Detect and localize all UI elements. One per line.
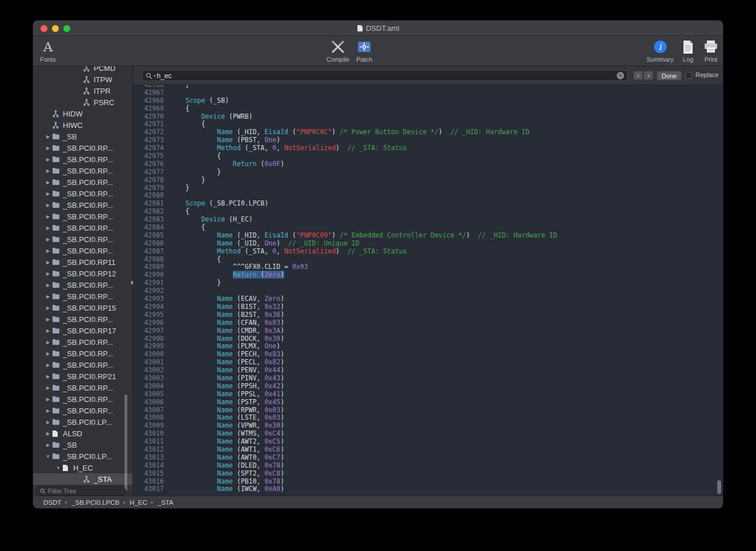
code-line-42997[interactable]: 42997 Name (CMDR, 0x3A) [133, 327, 723, 335]
tree-item-_sb-pci0-rp-[interactable]: ▶_SB.PCI0.RP... [33, 405, 132, 416]
code-line-43015[interactable]: 43015 Name (SPT2, 0xC8) [133, 470, 723, 478]
breadcrumb-item[interactable]: DSDT [43, 499, 61, 506]
code-line-43004[interactable]: 43004 Name (PPSH, 0x42) [133, 383, 723, 391]
tree-item-itpr[interactable]: ITPR [33, 85, 132, 96]
tree-item-itpw[interactable]: ITPW [33, 74, 132, 85]
code-line-42991[interactable]: 42991 } [133, 279, 723, 287]
disclosure-right-icon[interactable]: ▶ [44, 271, 52, 276]
code-line-42992[interactable]: 42992 [133, 287, 723, 295]
tree-item-_sb-pci0-lp-[interactable]: ▼_SB.PCI0.LP... [33, 451, 132, 462]
code-line-42969[interactable]: 42969 { [133, 105, 723, 113]
tree-item-_sb-pci0-rp11[interactable]: ▶_SB.PCI0.RP11 [33, 256, 132, 268]
disclosure-right-icon[interactable]: ▶ [44, 191, 52, 196]
disclosure-right-icon[interactable]: ▶ [44, 237, 52, 242]
find-next-button[interactable]: › [644, 71, 653, 80]
tree-item-_sb-pci0-rp-[interactable]: ▶_SB.PCI0.RP... [33, 279, 132, 291]
disclosure-right-icon[interactable]: ▶ [44, 317, 52, 322]
tree-item-_sb-pci0-rp-[interactable]: ▶_SB.PCI0.RP... [33, 245, 132, 256]
tree-item-_sb-pci0-rp-[interactable]: ▶_SB.PCI0.RP... [33, 359, 132, 371]
disclosure-right-icon[interactable]: ▶ [44, 328, 52, 333]
disclosure-right-icon[interactable]: ▶ [44, 203, 52, 208]
tree-item-_sb-pci0-rp12[interactable]: ▶_SB.PCI0.RP12 [33, 268, 132, 279]
code-line-43003[interactable]: 43003 Name (PINV, 0x43) [133, 375, 723, 383]
code-line-43009[interactable]: 43009 Name (VPWR, 0x30) [133, 422, 723, 430]
tree-item-_sb[interactable]: ▶_SB [33, 131, 132, 142]
summary-button[interactable]: i Summary [646, 38, 673, 63]
tree-item-pcmd[interactable]: PCMD [33, 66, 132, 74]
code-line-42988[interactable]: 42988 { [133, 256, 723, 264]
code-line-42980[interactable]: 42980 [133, 192, 723, 200]
code-line-42990[interactable]: 42990 Return (Zero) [133, 271, 723, 279]
code-line-43005[interactable]: 43005 Name (PPSL, 0x41) [133, 391, 723, 399]
disclosure-down-icon[interactable]: ▼ [54, 465, 62, 470]
tree-item-_sb-pci0-rp-[interactable]: ▶_SB.PCI0.RP... [33, 188, 132, 199]
disclosure-right-icon[interactable]: ▶ [44, 397, 52, 402]
replace-checkbox[interactable] [685, 72, 692, 79]
breadcrumb-item[interactable]: H_EC [130, 499, 147, 506]
disclosure-right-icon[interactable]: ▶ [44, 340, 52, 345]
tree-item-_sb-pci0-rp21[interactable]: ▶_SB.PCI0.RP21 [33, 371, 132, 382]
tree-item-alsd[interactable]: ▶ALSD [33, 428, 132, 439]
tree-item-psrc[interactable]: PSRC [33, 96, 132, 108]
code-line-43000[interactable]: 43000 Name (PECH, 0x83) [133, 351, 723, 359]
disclosure-right-icon[interactable]: ▶ [44, 134, 52, 139]
code-line-42973[interactable]: 42973 Name (PBST, One) [133, 136, 723, 144]
disclosure-right-icon[interactable]: ▶ [44, 226, 52, 231]
breadcrumb-item[interactable]: _SB.PCI0.LPCB [71, 499, 119, 506]
tree-item-_sb-pci0-rp-[interactable]: ▶_SB.PCI0.RP... [33, 348, 132, 359]
tree-item-hiwc[interactable]: HIWC [33, 119, 132, 131]
code-line-43012[interactable]: 43012 Name (AWT1, 0xC6) [133, 446, 723, 454]
tree-item-_sb[interactable]: ▶_SB [33, 439, 132, 451]
code-line-42971[interactable]: 42971 { [133, 120, 723, 128]
tree-item-_sb-pci0-rp17[interactable]: ▶_SB.PCI0.RP17 [33, 325, 132, 336]
search-menu-chevron-icon[interactable]: ▾ [154, 74, 156, 78]
title-bar[interactable]: DSDT.aml [33, 21, 723, 36]
code-line-43008[interactable]: 43008 Name (LSTE, 0x03) [133, 414, 723, 422]
code-line-42976[interactable]: 42976 Return (0x0F) [133, 160, 723, 168]
code-line-43014[interactable]: 43014 Name (DLED, 0x78) [133, 462, 723, 470]
tree-item-_sb-pci0-rp15[interactable]: ▶_SB.PCI0.RP15 [33, 302, 132, 313]
disclosure-right-icon[interactable]: ▶ [44, 305, 52, 311]
code-line-42983[interactable]: 42983 Device (H_EC) [133, 216, 723, 224]
code-editor[interactable]: 42966 }4296742968 Scope (_SB)42969 {4297… [133, 85, 723, 496]
disclosure-down-icon[interactable]: ▼ [44, 454, 52, 459]
disclosure-right-icon[interactable]: ▶ [44, 431, 52, 436]
disclosure-right-icon[interactable]: ▶ [44, 214, 52, 219]
breadcrumb-item[interactable]: _STA [158, 499, 174, 506]
tree-item-_sb-pci0-rp-[interactable]: ▶_SB.PCI0.RP... [33, 336, 132, 348]
tree-item-_sb-pci0-lp-[interactable]: ▶_SB.PCI0.LP... [33, 416, 132, 428]
disclosure-right-icon[interactable]: ▶ [44, 351, 52, 356]
fonts-button[interactable]: A Fonts [40, 38, 56, 63]
disclosure-right-icon[interactable]: ▶ [44, 385, 52, 391]
code-line-43010[interactable]: 43010 Name (WTMS, 0xC4) [133, 430, 723, 438]
disclosure-right-icon[interactable]: ▶ [44, 363, 52, 368]
patch-button[interactable]: Patch [356, 38, 372, 63]
code-line-42986[interactable]: 42986 Name (_UID, One) // _UID: Unique I… [133, 240, 723, 248]
code-line-42996[interactable]: 42996 Name (CFAN, 0x03) [133, 319, 723, 327]
disclosure-right-icon[interactable]: ▶ [44, 443, 52, 448]
tree-item-_sb-pci0-rp-[interactable]: ▶_SB.PCI0.RP... [33, 154, 132, 165]
log-button[interactable]: Log [682, 38, 694, 63]
search-input[interactable] [157, 72, 616, 80]
code-line-42972[interactable]: 42972 Name (_HID, EisaId ("PNP0C0C") /* … [133, 128, 723, 136]
tree-item-_sb-pci0-rp-[interactable]: ▶_SB.PCI0.RP... [33, 165, 132, 176]
tree-item-_sb-pci0-rp-[interactable]: ▶_SB.PCI0.RP... [33, 222, 132, 234]
clear-search-icon[interactable]: × [617, 72, 624, 79]
tree-item-_sta[interactable]: _STA [33, 473, 132, 485]
code-line-42995[interactable]: 42995 Name (B2ST, 0x36) [133, 311, 723, 319]
tree-item-hidw[interactable]: HIDW [33, 108, 132, 119]
code-line-43002[interactable]: 43002 Name (PENV, 0x44) [133, 367, 723, 375]
disclosure-right-icon[interactable]: ▶ [44, 248, 52, 254]
code-line-42974[interactable]: 42974 Method (_STA, 0, NotSerialized) //… [133, 144, 723, 152]
code-line-42981[interactable]: 42981 Scope (_SB.PCI0.LPCB) [133, 200, 723, 208]
code-line-42993[interactable]: 42993 Name (ECAV, Zero) [133, 295, 723, 303]
code-line-42987[interactable]: 42987 Method (_STA, 0, NotSerialized) //… [133, 248, 723, 256]
sidebar-scrollbar[interactable] [124, 395, 127, 490]
done-button[interactable]: Done [657, 71, 682, 81]
code-line-42984[interactable]: 42984 { [133, 224, 723, 232]
disclosure-right-icon[interactable]: ▶ [44, 260, 52, 265]
code-line-42989[interactable]: 42989 ^^^GFX0.CLID = 0x03 [133, 263, 723, 271]
tree-item-_sb-pci0-rp-[interactable]: ▶_SB.PCI0.RP... [33, 211, 132, 222]
disclosure-right-icon[interactable]: ▶ [44, 294, 52, 299]
disclosure-right-icon[interactable]: ▶ [44, 180, 52, 185]
